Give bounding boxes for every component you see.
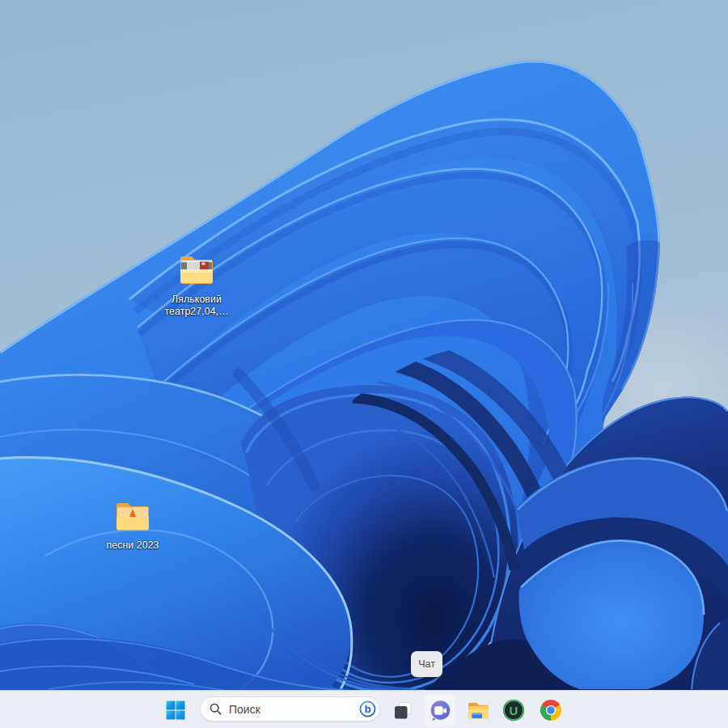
svg-text:U: U (510, 704, 518, 717)
svg-text:b: b (364, 703, 370, 715)
